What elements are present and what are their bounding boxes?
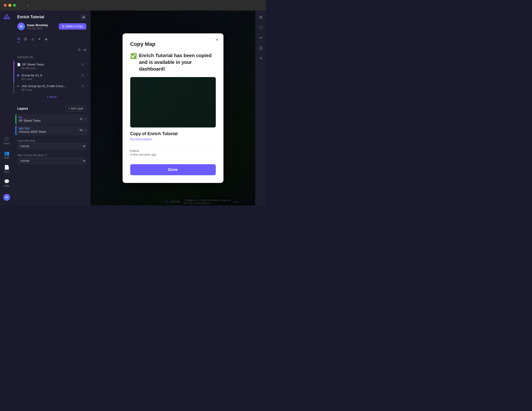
author-details: Isaac Brodsky Feb 14, 2022 [27,23,48,30]
layers-header: Layers + Add Layer [13,103,90,113]
layers-title: Layers [17,107,28,110]
list-view-button[interactable]: ☰ [77,47,82,53]
edited-label: Edited [130,149,216,153]
table-icon[interactable]: ⊞ [81,73,84,77]
forward-button[interactable]: › [26,3,30,8]
copy-icon: ⧉ [62,25,64,28]
far-left-bar: ⬡ Share 👥 Team 📄 Docs 💬 Help IB [0,10,13,205]
sidebar-item-team[interactable]: 👥 Team [3,149,10,161]
layer-name: SF Street Trees [19,119,41,122]
dataset-file-icon: 📄 [17,63,21,66]
left-sidebar: Enrich Tutorial ◀ IB Isaac Brodsky Feb 1… [13,10,90,205]
success-check-icon: ✅ [130,53,137,60]
back-button[interactable]: ‹ [21,3,25,8]
edited-value: A few seconds ago [130,153,216,156]
dataset-name: Join Group by h3_9 with Cens… [21,84,87,88]
author-name: Isaac Brodsky [27,23,48,27]
effects-tab[interactable]: ✦ [38,37,41,43]
sidebar-item-docs[interactable]: 📄 Docs [3,163,10,175]
layer-type: Hex Tile [19,127,46,130]
modal-success-message: ✅ Enrich Tutorial has been copied and is… [130,52,216,72]
dataset-rows: 937 rows [17,88,87,91]
layer-name: Census 2020: Race [19,130,46,134]
team-icon: 👥 [4,151,9,156]
close-button[interactable] [4,4,7,7]
panels-icon[interactable]: ⊞ [258,13,264,21]
visibility-icon[interactable]: 👁 [79,117,83,121]
sidebar-header: Enrich Tutorial ◀ IB Isaac Brodsky Feb 1… [13,10,90,34]
dataset-dot [17,85,19,87]
main-map[interactable]: Unfolded © Mapbox | © OpenStreetMap | Im… [90,10,256,205]
blending-select[interactable]: normal multiply screen [17,143,86,149]
copy-map-description: No Description [130,137,216,141]
copy-map-title: Copy of Enrich Tutorial [130,131,216,136]
make-a-copy-button[interactable]: ⧉ Make a Copy [59,23,86,29]
titlebar: ‹ › [0,0,266,10]
copy-map-meta: Edited A few seconds ago [130,149,216,156]
layer-item[interactable]: Hex Tile Census 2020: Race 👁 › [15,125,88,135]
cube-icon[interactable]: ⬡ [258,24,264,31]
overlay-blending-label: Map Overlay Blending ⓘ [17,153,86,157]
more-options-icon[interactable]: ⋮ [85,73,88,77]
sidebar-item-help[interactable]: 💬 Help [3,177,10,189]
add-layer-button[interactable]: + Add Layer [66,106,86,111]
draw-icon[interactable]: ✏ [258,34,264,42]
overlay-blending-select[interactable]: normal multiply screen [17,158,86,164]
maximize-button[interactable] [13,4,16,7]
app-logo[interactable] [3,13,10,21]
user-avatar-nav[interactable]: IB [2,192,11,203]
overlay-blending-section: Map Overlay Blending ⓘ normal multiply s… [13,151,90,166]
traffic-lights [4,4,16,7]
project-title: Enrich Tutorial [17,15,44,19]
right-toolbar: ⊞ ⬡ ✏ ☰ ≡ [256,10,266,205]
sidebar-content: ☰ ⊞ Datasets (4) 📄 SF Street Trees 65,49… [13,45,90,205]
collapse-sidebar-button[interactable]: ◀ [80,14,86,20]
more-datasets-link[interactable]: 1 More [13,93,90,100]
filter-tab[interactable]: ⊿ [31,37,34,43]
chart-icon[interactable]: ≡ [258,55,263,62]
share-icon: ⬡ [5,136,9,142]
dataset-name: Group by h3_9 [21,73,87,77]
dataset-rows: 937 rows [17,78,87,80]
more-options-icon[interactable]: ⋮ [85,84,88,88]
nav-arrows: ‹ › [21,3,30,8]
more-options-icon[interactable]: ⋮ [85,63,88,66]
minimize-button[interactable] [9,4,11,7]
blending-label: Layer Blending [17,139,86,142]
dataset-item[interactable]: 📄 SF Street Trees 65,499 rows ⊞ ⋮ [13,61,90,72]
table-icon[interactable]: ⊞ [81,63,84,66]
visibility-hidden-icon[interactable]: 👁 [79,128,83,133]
done-button[interactable]: Done [130,164,216,175]
help-icon: 💬 [4,179,9,184]
blending-section: Layer Blending normal multiply screen [13,137,90,151]
author-date: Feb 14, 2022 [27,27,48,30]
dataset-actions: ⊞ ⋮ [81,73,88,77]
expand-icon[interactable]: › [85,117,86,121]
list-icon[interactable]: ☰ [258,45,264,52]
modal-divider [130,145,216,145]
author-row: IB Isaac Brodsky Feb 14, 2022 ⧉ Make a C… [17,23,86,30]
map-tab[interactable]: ◈ [45,37,48,43]
table-tab[interactable]: ⊞ [24,37,27,43]
dataset-item[interactable]: Group by h3_9 937 rows ⊞ ⋮ [13,72,90,82]
map-preview-thumbnail [130,77,216,128]
modal-close-button[interactable]: × [216,37,219,42]
author-info: IB Isaac Brodsky Feb 14, 2022 [17,23,48,30]
sidebar-item-share[interactable]: ⬡ Share [3,134,11,147]
view-toggle: ☰ ⊞ [13,45,90,55]
layers-tab[interactable]: ⧉ [17,37,20,43]
table-icon[interactable]: ⊞ [81,84,84,88]
grid-view-button[interactable]: ⊞ [83,47,87,53]
docs-icon: 📄 [4,165,9,170]
section-divider [13,101,90,102]
dataset-rows: 65,499 rows [17,67,87,70]
layer-item[interactable]: H3 SF Street Trees 👁 › [15,114,88,124]
author-avatar-img: IB [17,23,25,30]
dataset-name: SF Street Trees [22,63,87,66]
expand-icon[interactable]: › [85,128,86,133]
modal-title: Copy Map [130,41,216,47]
info-icon[interactable]: ⓘ [44,153,47,157]
dataset-item[interactable]: Join Group by h3_9 with Cens… 937 rows ⊞… [13,82,90,93]
sidebar-title-row: Enrich Tutorial ◀ [17,14,86,20]
layer-type: H3 [19,116,41,119]
